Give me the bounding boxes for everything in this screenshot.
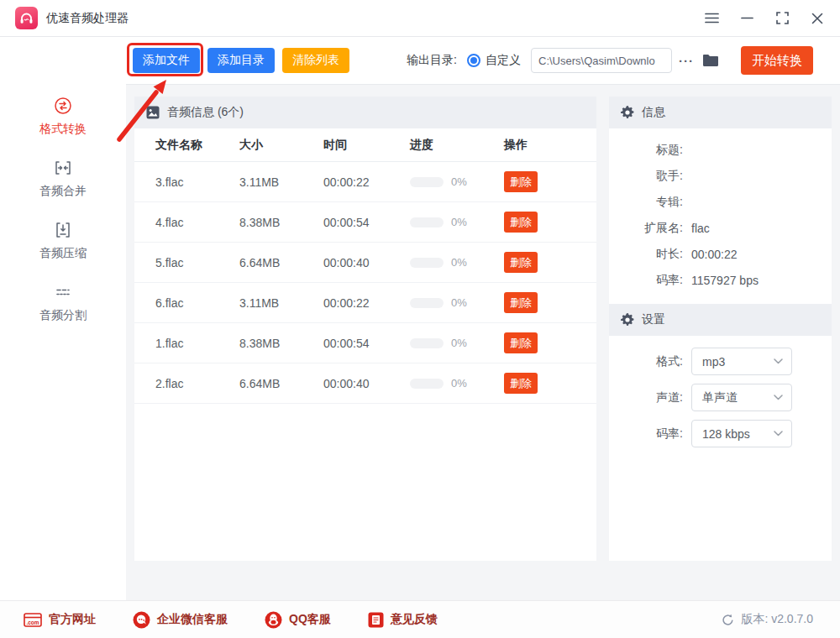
bitrate-select[interactable]: 128 kbps [691,420,792,447]
select-value: 128 kbps [702,427,774,441]
delete-button[interactable]: 删除 [504,212,538,233]
chevron-down-icon [774,431,783,437]
format-select[interactable]: mp3 [691,348,792,375]
custom-radio[interactable] [467,54,480,67]
action-cell: 删除 [504,212,596,233]
file-size: 3.11MB [239,296,323,310]
settings-panel-title: 设置 [642,312,665,327]
delete-button[interactable]: 删除 [504,171,538,192]
menu-button[interactable] [704,11,719,26]
file-time: 00:00:22 [323,296,410,310]
table-row: 6.flac 3.11MB 00:00:22 0% 删除 [134,283,596,323]
action-cell: 删除 [504,332,596,353]
audio-list-title: 音频信息 (6个) [167,105,244,120]
audio-split-icon [53,282,73,302]
output-path-input[interactable] [531,48,672,73]
progress-cell: 0% [410,337,504,349]
file-size: 8.38MB [239,216,323,229]
file-time: 00:00:54 [323,216,410,229]
settings-header: 设置 [609,304,832,336]
maximize-icon [776,12,789,24]
add-directory-button[interactable]: 添加目录 [207,48,275,73]
titlebar: 优速音频处理器 [0,0,840,37]
col-time: 时间 [323,138,410,153]
chevron-down-icon [774,395,783,400]
progress-percent: 0% [451,216,467,228]
audio-merge-icon [53,158,73,178]
footer-link-label: 意见反馈 [391,612,438,627]
qq-support-link[interactable]: QQ客服 [265,611,331,629]
delete-button[interactable]: 删除 [504,292,538,313]
table-row: 2.flac 6.64MB 00:00:40 0% 删除 [134,363,596,404]
channel-select[interactable]: 单声道 [691,384,792,411]
file-name: 2.flac [155,377,239,390]
field-label: 扩展名: [609,221,683,236]
setting-label: 声道: [609,390,683,405]
file-size: 3.11MB [239,175,323,189]
file-size: 6.64MB [239,256,323,269]
image-icon [146,106,160,119]
wechat-support-link[interactable]: 企业微信客服 [133,611,228,629]
table-row: 4.flac 8.38MB 00:00:54 0% 删除 [134,202,596,243]
info-field-album: 专辑: [609,189,832,215]
field-value: flac [691,222,710,235]
app-window: 优速音频处理器 格式转换 [0,0,840,638]
add-file-button[interactable]: 添加文件 [133,48,200,73]
info-field-title: 标题: [609,137,832,163]
field-value: 1157927 bps [691,274,759,287]
sidebar-item-audio-compress[interactable]: 音频压缩 [39,220,87,261]
window-controls [704,11,825,26]
close-button[interactable] [810,11,825,26]
audio-list-header: 音频信息 (6个) [134,97,596,128]
delete-button[interactable]: 删除 [504,252,538,273]
field-label: 歌手: [609,169,683,184]
gear-icon [621,313,634,327]
info-settings-panel: 信息 标题: 歌手: 专辑: 扩展名: flac 时长: 00:00:22 [609,97,832,561]
file-time: 00:00:40 [323,256,410,269]
info-field-bitrate: 码率: 1157927 bps [609,267,832,293]
version-info: 版本: v2.0.7.0 [722,612,813,627]
field-label: 标题: [609,143,683,158]
delete-button[interactable]: 删除 [504,332,538,353]
browse-more-button[interactable]: ··· [679,54,694,68]
setting-label: 格式: [609,354,683,369]
minimize-button[interactable] [739,11,754,26]
output-directory-label: 输出目录: [407,53,457,68]
file-size: 6.64MB [239,377,323,390]
clear-list-button[interactable]: 清除列表 [282,48,349,73]
delete-button[interactable]: 删除 [504,373,538,394]
qq-icon [265,611,282,629]
sidebar-item-label: 音频合并 [39,184,87,199]
feedback-icon [368,612,384,628]
footer-link-label: QQ客服 [289,612,331,627]
sidebar-item-format-convert[interactable]: 格式转换 [39,96,87,137]
info-fields: 标题: 歌手: 专辑: 扩展名: flac 时长: 00:00:22 码率: [609,128,832,293]
progress-percent: 0% [451,296,467,309]
toolbar: 添加文件 添加目录 清除列表 输出目录: 自定义 ··· 开始转换 [126,37,840,85]
file-time: 00:00:40 [323,377,410,390]
col-progress: 进度 [410,138,504,153]
info-field-duration: 时长: 00:00:22 [609,241,832,267]
table-row: 1.flac 8.38MB 00:00:54 0% 删除 [134,323,596,363]
svg-text:.com: .com [26,619,39,625]
table-row: 3.flac 3.11MB 00:00:22 0% 删除 [134,162,596,202]
sidebar-item-audio-merge[interactable]: 音频合并 [39,158,87,199]
sidebar-item-label: 音频压缩 [39,246,87,261]
start-convert-button[interactable]: 开始转换 [741,46,813,75]
folder-icon [702,54,719,67]
format-convert-icon [53,96,73,116]
official-site-link[interactable]: .com 官方网址 [24,612,96,627]
gear-icon [621,106,634,119]
table-column-headers: 文件名称 大小 时间 进度 操作 [134,128,596,162]
chevron-down-icon [774,358,783,364]
feedback-link[interactable]: 意见反馈 [368,612,438,628]
audio-list-panel: 音频信息 (6个) 文件名称 大小 时间 进度 操作 3.flac 3.11MB… [134,97,596,561]
open-folder-button[interactable] [702,54,719,67]
col-filename: 文件名称 [155,138,239,153]
sidebar-nav: 格式转换 音频合并 音频压缩 音频分割 [0,37,126,600]
sidebar-item-audio-split[interactable]: 音频分割 [39,282,87,323]
file-name: 1.flac [155,337,239,350]
maximize-button[interactable] [774,11,790,26]
progress-cell: 0% [410,216,504,228]
file-time: 00:00:22 [323,175,410,189]
